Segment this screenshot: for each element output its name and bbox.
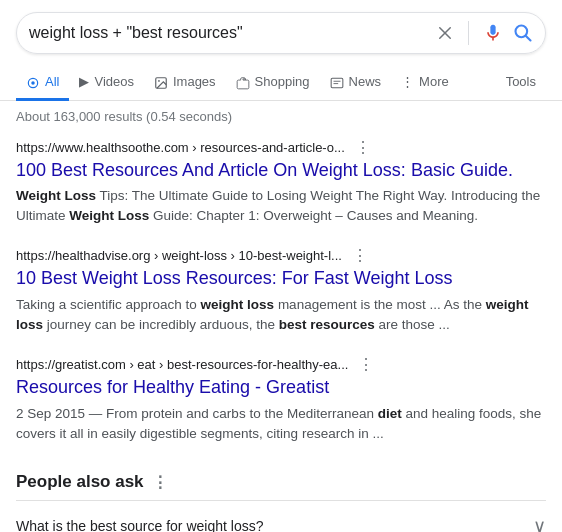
result-url-line-2: https://healthadvise.org › weight-loss ›…: [16, 246, 546, 265]
tab-more-label: More: [419, 74, 449, 89]
result-url-3: https://greatist.com › eat › best-resour…: [16, 357, 348, 372]
result-menu-icon-3[interactable]: ⋮: [358, 355, 374, 374]
result-url-2: https://healthadvise.org › weight-loss ›…: [16, 248, 342, 263]
tab-news-label: News: [349, 74, 382, 89]
videos-icon: ▶: [79, 74, 89, 89]
chevron-down-icon-1: ∨: [533, 515, 546, 532]
search-bar: [16, 12, 546, 54]
result-url-line-1: https://www.healthsoothe.com › resources…: [16, 138, 546, 157]
more-dots-icon: ⋮: [401, 74, 414, 89]
tab-tools-label: Tools: [506, 74, 536, 89]
tab-tools[interactable]: Tools: [496, 66, 546, 100]
tab-shopping[interactable]: Shopping: [226, 66, 320, 101]
result-snippet-2: Taking a scientific approach to weight l…: [16, 295, 546, 336]
paa-title: People also ask: [16, 472, 144, 492]
result-snippet-3: 2 Sep 2015 — From protein and carbs to t…: [16, 404, 546, 445]
tab-images-label: Images: [173, 74, 216, 89]
results-count-text: About 163,000 results (0.54 seconds): [16, 109, 232, 124]
tabs-container: All ▶ Videos Images Shopping News ⋮: [0, 58, 562, 101]
all-icon: [26, 74, 40, 90]
paa-question-1[interactable]: What is the best source for weight loss?…: [16, 500, 546, 532]
result-title-3[interactable]: Resources for Healthy Eating - Greatist: [16, 376, 546, 399]
results-info: About 163,000 results (0.54 seconds): [0, 101, 562, 128]
tab-news[interactable]: News: [320, 66, 392, 101]
svg-line-3: [526, 36, 531, 41]
svg-rect-8: [331, 78, 343, 87]
tab-videos[interactable]: ▶ Videos: [69, 66, 144, 100]
tab-more[interactable]: ⋮ More: [391, 66, 459, 100]
result-menu-icon-2[interactable]: ⋮: [352, 246, 368, 265]
tab-all[interactable]: All: [16, 66, 69, 101]
result-url-line-3: https://greatist.com › eat › best-resour…: [16, 355, 546, 374]
paa-question-1-text: What is the best source for weight loss?: [16, 518, 263, 532]
result-item-3: https://greatist.com › eat › best-resour…: [0, 345, 562, 454]
tab-all-label: All: [45, 74, 59, 89]
search-button[interactable]: [513, 23, 533, 43]
paa-header: People also ask ⋮: [16, 472, 546, 492]
tab-shopping-label: Shopping: [255, 74, 310, 89]
svg-point-7: [158, 80, 160, 82]
paa-menu-icon[interactable]: ⋮: [152, 473, 168, 492]
result-menu-icon-1[interactable]: ⋮: [355, 138, 371, 157]
result-item-1: https://www.healthsoothe.com › resources…: [0, 128, 562, 237]
result-item-2: https://healthadvise.org › weight-loss ›…: [0, 236, 562, 345]
search-bar-container: [0, 0, 562, 54]
shopping-icon: [236, 74, 250, 90]
clear-icon[interactable]: [436, 24, 454, 42]
result-title-2[interactable]: 10 Best Weight Loss Resources: For Fast …: [16, 267, 546, 290]
tab-images[interactable]: Images: [144, 66, 226, 101]
search-icons: [436, 21, 533, 45]
tabs-left: All ▶ Videos Images Shopping News ⋮: [16, 66, 496, 100]
news-icon: [330, 74, 344, 90]
mic-icon[interactable]: [483, 23, 503, 43]
separator: [468, 21, 469, 45]
svg-point-5: [31, 81, 35, 85]
search-input[interactable]: [29, 24, 436, 42]
result-url-1: https://www.healthsoothe.com › resources…: [16, 140, 345, 155]
people-also-ask-section: People also ask ⋮ What is the best sourc…: [0, 462, 562, 532]
tab-videos-label: Videos: [94, 74, 134, 89]
result-title-1[interactable]: 100 Best Resources And Article On Weight…: [16, 159, 546, 182]
images-icon: [154, 74, 168, 90]
result-snippet-1: Weight Loss Tips: The Ultimate Guide to …: [16, 186, 546, 227]
